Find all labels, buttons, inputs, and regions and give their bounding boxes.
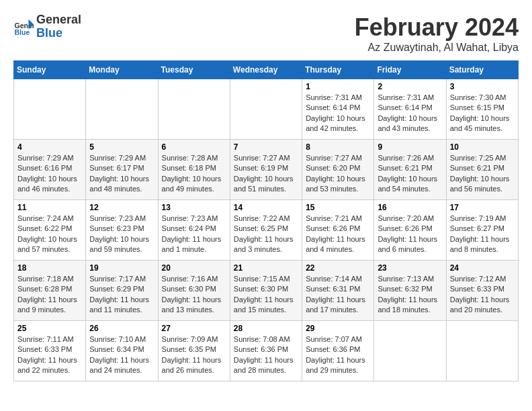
day-number: 26 — [89, 324, 154, 333]
day-content: Sunrise: 7:19 AM Sunset: 6:27 PM Dayligh… — [450, 214, 515, 255]
day-number: 22 — [306, 263, 370, 273]
calendar-cell: 7Sunrise: 7:27 AM Sunset: 6:19 PM Daylig… — [230, 140, 302, 200]
page-header: General Blue General Blue February 2024 … — [13, 13, 519, 54]
day-content: Sunrise: 7:13 AM Sunset: 6:32 PM Dayligh… — [378, 274, 442, 316]
calendar-cell: 14Sunrise: 7:22 AM Sunset: 6:25 PM Dayli… — [230, 200, 302, 261]
day-content: Sunrise: 7:16 AM Sunset: 6:30 PM Dayligh… — [162, 274, 226, 316]
day-number: 13 — [162, 203, 226, 212]
calendar-week-row: 1Sunrise: 7:31 AM Sunset: 6:14 PM Daylig… — [14, 79, 519, 140]
day-number: 29 — [306, 324, 370, 333]
day-content: Sunrise: 7:18 AM Sunset: 6:28 PM Dayligh… — [17, 274, 82, 316]
day-number: 12 — [89, 203, 154, 212]
calendar-cell: 22Sunrise: 7:14 AM Sunset: 6:31 PM Dayli… — [302, 261, 374, 321]
day-content: Sunrise: 7:29 AM Sunset: 6:17 PM Dayligh… — [89, 153, 154, 195]
day-content: Sunrise: 7:14 AM Sunset: 6:31 PM Dayligh… — [306, 274, 370, 316]
calendar-cell: 27Sunrise: 7:09 AM Sunset: 6:35 PM Dayli… — [158, 321, 230, 381]
day-content: Sunrise: 7:26 AM Sunset: 6:21 PM Dayligh… — [378, 153, 442, 195]
day-content: Sunrise: 7:28 AM Sunset: 6:18 PM Dayligh… — [162, 153, 226, 195]
day-number: 23 — [378, 263, 442, 273]
day-content: Sunrise: 7:20 AM Sunset: 6:26 PM Dayligh… — [378, 214, 442, 255]
calendar-cell: 24Sunrise: 7:12 AM Sunset: 6:33 PM Dayli… — [446, 261, 518, 321]
title-block: February 2024 Az Zuwaytinah, Al Wahat, L… — [355, 13, 519, 54]
calendar-cell: 3Sunrise: 7:30 AM Sunset: 6:15 PM Daylig… — [446, 79, 518, 140]
calendar-cell: 20Sunrise: 7:16 AM Sunset: 6:30 PM Dayli… — [158, 261, 230, 321]
day-number: 11 — [17, 203, 82, 212]
calendar-day-header-friday: Friday — [374, 61, 446, 79]
calendar-cell: 4Sunrise: 7:29 AM Sunset: 6:16 PM Daylig… — [14, 140, 86, 200]
calendar-cell: 15Sunrise: 7:21 AM Sunset: 6:26 PM Dayli… — [302, 200, 374, 261]
day-number: 2 — [378, 82, 442, 91]
day-content: Sunrise: 7:22 AM Sunset: 6:25 PM Dayligh… — [234, 214, 298, 255]
calendar-cell: 19Sunrise: 7:17 AM Sunset: 6:29 PM Dayli… — [86, 261, 158, 321]
calendar-cell: 18Sunrise: 7:18 AM Sunset: 6:28 PM Dayli… — [14, 261, 86, 321]
day-number: 15 — [306, 203, 370, 212]
day-number: 6 — [162, 142, 226, 152]
day-number: 24 — [450, 263, 515, 273]
calendar-day-header-wednesday: Wednesday — [230, 61, 302, 79]
day-content: Sunrise: 7:31 AM Sunset: 6:14 PM Dayligh… — [306, 93, 370, 134]
day-content: Sunrise: 7:30 AM Sunset: 6:15 PM Dayligh… — [450, 93, 515, 134]
calendar-cell: 13Sunrise: 7:23 AM Sunset: 6:24 PM Dayli… — [158, 200, 230, 261]
calendar-week-row: 18Sunrise: 7:18 AM Sunset: 6:28 PM Dayli… — [14, 261, 519, 321]
calendar-cell: 17Sunrise: 7:19 AM Sunset: 6:27 PM Dayli… — [446, 200, 518, 261]
calendar-table: SundayMondayTuesdayWednesdayThursdayFrid… — [13, 60, 519, 381]
day-content: Sunrise: 7:24 AM Sunset: 6:22 PM Dayligh… — [17, 214, 82, 255]
day-number: 18 — [17, 263, 82, 273]
calendar-cell: 28Sunrise: 7:08 AM Sunset: 6:36 PM Dayli… — [230, 321, 302, 381]
day-number: 19 — [89, 263, 154, 273]
calendar-cell: 6Sunrise: 7:28 AM Sunset: 6:18 PM Daylig… — [158, 140, 230, 200]
day-number: 21 — [234, 263, 298, 273]
calendar-cell: 23Sunrise: 7:13 AM Sunset: 6:32 PM Dayli… — [374, 261, 446, 321]
day-number: 1 — [306, 82, 370, 91]
calendar-cell: 10Sunrise: 7:25 AM Sunset: 6:21 PM Dayli… — [446, 140, 518, 200]
day-content: Sunrise: 7:08 AM Sunset: 6:36 PM Dayligh… — [234, 334, 298, 376]
day-number: 7 — [234, 142, 298, 152]
day-number: 17 — [450, 203, 515, 212]
day-number: 9 — [378, 142, 442, 152]
calendar-cell — [158, 79, 230, 140]
logo-text-blue: Blue — [36, 27, 81, 40]
calendar-day-header-saturday: Saturday — [446, 61, 518, 79]
calendar-cell: 16Sunrise: 7:20 AM Sunset: 6:26 PM Dayli… — [374, 200, 446, 261]
svg-text:Blue: Blue — [15, 28, 30, 36]
calendar-day-header-sunday: Sunday — [14, 61, 86, 79]
calendar-cell: 11Sunrise: 7:24 AM Sunset: 6:22 PM Dayli… — [14, 200, 86, 261]
day-number: 27 — [162, 324, 226, 333]
calendar-subtitle: Az Zuwaytinah, Al Wahat, Libya — [355, 42, 519, 54]
day-content: Sunrise: 7:11 AM Sunset: 6:33 PM Dayligh… — [17, 334, 82, 376]
day-content: Sunrise: 7:27 AM Sunset: 6:19 PM Dayligh… — [234, 153, 298, 195]
calendar-cell — [374, 321, 446, 381]
day-number: 3 — [450, 82, 515, 91]
calendar-week-row: 11Sunrise: 7:24 AM Sunset: 6:22 PM Dayli… — [14, 200, 519, 261]
day-content: Sunrise: 7:23 AM Sunset: 6:24 PM Dayligh… — [162, 214, 226, 255]
calendar-cell: 29Sunrise: 7:07 AM Sunset: 6:36 PM Dayli… — [302, 321, 374, 381]
calendar-cell: 1Sunrise: 7:31 AM Sunset: 6:14 PM Daylig… — [302, 79, 374, 140]
calendar-cell: 12Sunrise: 7:23 AM Sunset: 6:23 PM Dayli… — [86, 200, 158, 261]
logo-icon: General Blue — [13, 17, 34, 37]
calendar-cell: 2Sunrise: 7:31 AM Sunset: 6:14 PM Daylig… — [374, 79, 446, 140]
calendar-cell — [86, 79, 158, 140]
calendar-cell — [446, 321, 518, 381]
calendar-cell: 25Sunrise: 7:11 AM Sunset: 6:33 PM Dayli… — [14, 321, 86, 381]
calendar-cell: 26Sunrise: 7:10 AM Sunset: 6:34 PM Dayli… — [86, 321, 158, 381]
day-content: Sunrise: 7:09 AM Sunset: 6:35 PM Dayligh… — [162, 334, 226, 376]
day-number: 16 — [378, 203, 442, 212]
day-number: 20 — [162, 263, 226, 273]
day-number: 28 — [234, 324, 298, 333]
calendar-day-header-tuesday: Tuesday — [158, 61, 230, 79]
day-number: 5 — [89, 142, 154, 152]
calendar-cell: 8Sunrise: 7:27 AM Sunset: 6:20 PM Daylig… — [302, 140, 374, 200]
day-number: 8 — [306, 142, 370, 152]
day-number: 4 — [17, 142, 82, 152]
calendar-day-header-monday: Monday — [86, 61, 158, 79]
day-content: Sunrise: 7:31 AM Sunset: 6:14 PM Dayligh… — [378, 93, 442, 134]
logo: General Blue General Blue — [13, 13, 81, 40]
day-content: Sunrise: 7:17 AM Sunset: 6:29 PM Dayligh… — [89, 274, 154, 316]
calendar-cell — [14, 79, 86, 140]
calendar-cell — [230, 79, 302, 140]
day-content: Sunrise: 7:27 AM Sunset: 6:20 PM Dayligh… — [306, 153, 370, 195]
calendar-cell: 5Sunrise: 7:29 AM Sunset: 6:17 PM Daylig… — [86, 140, 158, 200]
day-content: Sunrise: 7:07 AM Sunset: 6:36 PM Dayligh… — [306, 334, 370, 376]
day-number: 25 — [17, 324, 82, 333]
day-content: Sunrise: 7:21 AM Sunset: 6:26 PM Dayligh… — [306, 214, 370, 255]
